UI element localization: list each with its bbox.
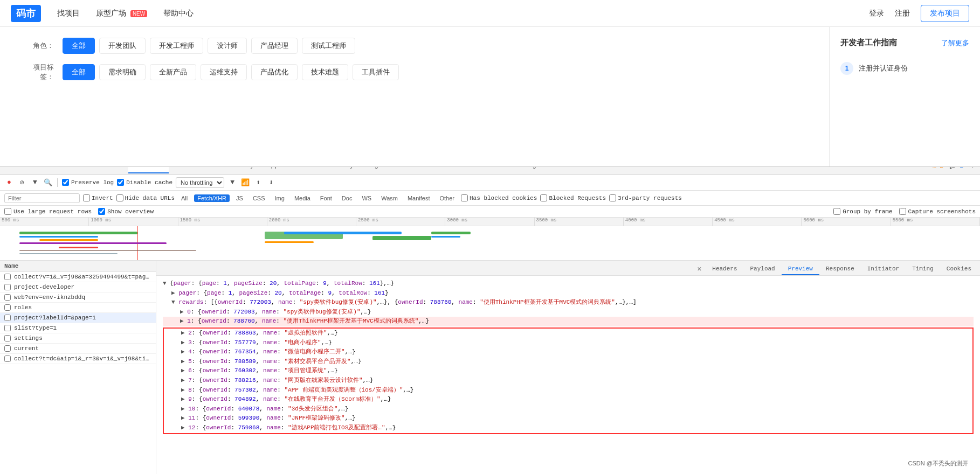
- nav-item-prototype[interactable]: 原型广场 NEW: [96, 9, 147, 18]
- tag-plugin-button[interactable]: 工具插件: [353, 64, 399, 80]
- role-dev-engineer-button[interactable]: 开发工程师: [150, 38, 203, 54]
- website-area: 角色： 全部 开发团队 开发工程师 设计师 产品经理 测试工程师 项目标签： 全…: [0, 27, 829, 166]
- tag-filter-row: 项目标签： 全部 需求明确 全新产品 运维支持 产品优化 技术难题 工具插件: [22, 62, 808, 82]
- tag-label: 项目标签：: [22, 62, 54, 82]
- step-number: 1: [840, 62, 853, 75]
- tag-all-button[interactable]: 全部: [63, 64, 95, 80]
- panel-learn-more-link[interactable]: 了解更多: [941, 38, 969, 48]
- role-label: 角色：: [22, 41, 54, 51]
- new-badge: NEW: [130, 10, 147, 17]
- login-button[interactable]: 登录: [869, 9, 884, 18]
- role-qa-button[interactable]: 测试工程师: [302, 38, 355, 54]
- tag-new-product-button[interactable]: 全新产品: [150, 64, 196, 80]
- nav-items: 找项目 原型广场 NEW 帮助中心: [57, 9, 869, 18]
- role-all-button[interactable]: 全部: [63, 38, 95, 54]
- tag-clear-req-button[interactable]: 需求明确: [99, 64, 146, 80]
- role-options: 全部 开发团队 开发工程师 设计师 产品经理 测试工程师: [63, 38, 355, 54]
- tag-ops-button[interactable]: 运维支持: [201, 64, 247, 80]
- role-designer-button[interactable]: 设计师: [208, 38, 247, 54]
- panel-title: 开发者工作指南: [840, 38, 897, 48]
- step-text: 注册并认证身份: [859, 64, 908, 73]
- tag-product-opt-button[interactable]: 产品优化: [251, 64, 298, 80]
- panel-step-1: 1 注册并认证身份: [840, 57, 969, 80]
- publish-button[interactable]: 发布项目: [921, 5, 969, 22]
- nav-right: 登录 注册 发布项目: [869, 5, 969, 22]
- top-nav: 码市 找项目 原型广场 NEW 帮助中心 登录 注册 发布项目: [0, 0, 980, 27]
- nav-item-projects[interactable]: 找项目: [57, 9, 80, 18]
- role-pm-button[interactable]: 产品经理: [251, 38, 298, 54]
- register-button[interactable]: 注册: [895, 9, 910, 18]
- logo[interactable]: 码市: [11, 5, 41, 22]
- nav-item-help[interactable]: 帮助中心: [163, 9, 194, 18]
- role-filter-row: 角色： 全部 开发团队 开发工程师 设计师 产品经理 测试工程师: [22, 38, 808, 54]
- role-dev-team-button[interactable]: 开发团队: [99, 38, 146, 54]
- tag-tech-hard-button[interactable]: 技术难题: [302, 64, 348, 80]
- panel-header: 开发者工作指南 了解更多: [840, 38, 969, 48]
- right-panel: 开发者工作指南 了解更多 1 注册并认证身份: [829, 27, 980, 166]
- tag-options: 全部 需求明确 全新产品 运维支持 产品优化 技术难题 工具插件: [63, 64, 399, 80]
